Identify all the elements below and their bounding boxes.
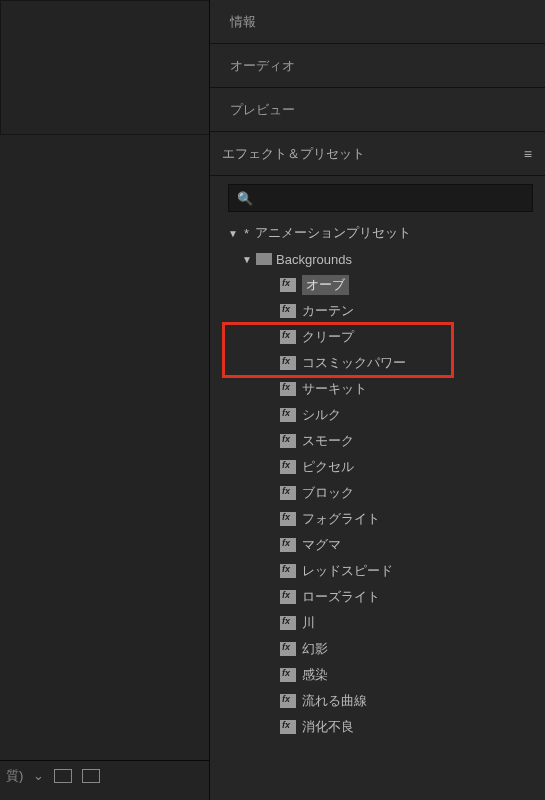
preset-icon — [280, 304, 296, 318]
preset-icon — [280, 486, 296, 500]
left-footer: 質) ⌄ — [0, 760, 209, 790]
preset-item[interactable]: 川 — [280, 610, 545, 636]
left-panel: 質) ⌄ — [0, 0, 210, 800]
preset-label: オーブ — [302, 275, 349, 295]
folder-label: Backgrounds — [276, 252, 352, 267]
footer-icon-2[interactable] — [82, 769, 100, 783]
quality-label: 質) — [6, 767, 23, 785]
panel-title: エフェクト＆プリセット — [222, 145, 365, 163]
effects-presets-header[interactable]: エフェクト＆プリセット ≡ — [210, 132, 545, 176]
preset-label: 川 — [302, 614, 315, 632]
preset-icon — [280, 720, 296, 734]
preset-icon — [280, 616, 296, 630]
preset-icon — [280, 408, 296, 422]
tab-info[interactable]: 情報 — [210, 0, 545, 44]
preset-label: スモーク — [302, 432, 354, 450]
preset-label: レッドスピード — [302, 562, 393, 580]
preset-item[interactable]: ピクセル — [280, 454, 545, 480]
right-panel: 情報 オーディオ プレビュー エフェクト＆プリセット ≡ 🔍 ▼ * アニメーシ… — [210, 0, 545, 800]
preset-label: 流れる曲線 — [302, 692, 367, 710]
preset-item[interactable]: サーキット — [280, 376, 545, 402]
folder-icon — [256, 253, 272, 265]
tab-audio[interactable]: オーディオ — [210, 44, 545, 88]
preset-icon — [280, 330, 296, 344]
tree-folder-backgrounds[interactable]: ▼ Backgrounds — [228, 246, 545, 272]
preset-label: ピクセル — [302, 458, 354, 476]
preset-item[interactable]: マグマ — [280, 532, 545, 558]
preset-tree: ▼ * アニメーションプリセット ▼ Backgrounds オーブ カーテン … — [210, 218, 545, 740]
preset-label: 感染 — [302, 666, 328, 684]
preset-label: コスミックパワー — [302, 354, 406, 372]
search-input[interactable]: 🔍 — [228, 184, 533, 212]
expand-triangle-icon[interactable]: ▼ — [242, 254, 252, 265]
preset-label: シルク — [302, 406, 341, 424]
preset-item[interactable]: 感染 — [280, 662, 545, 688]
expand-triangle-icon[interactable]: ▼ — [228, 228, 238, 239]
preset-item[interactable]: ブロック — [280, 480, 545, 506]
preset-label: サーキット — [302, 380, 367, 398]
search-icon: 🔍 — [237, 191, 253, 206]
preset-item[interactable]: 幻影 — [280, 636, 545, 662]
preset-label: フォグライト — [302, 510, 380, 528]
preset-icon — [280, 590, 296, 604]
preset-icon — [280, 356, 296, 370]
preset-icon — [280, 668, 296, 682]
modified-asterisk: * — [244, 226, 249, 241]
preset-label: クリープ — [302, 328, 354, 346]
preset-label: ブロック — [302, 484, 354, 502]
preset-item[interactable]: 流れる曲線 — [280, 688, 545, 714]
tree-root-label: アニメーションプリセット — [255, 224, 411, 242]
preset-icon — [280, 382, 296, 396]
tree-root-animation-presets[interactable]: ▼ * アニメーションプリセット — [228, 220, 545, 246]
preset-icon — [280, 642, 296, 656]
preset-item[interactable]: カーテン — [280, 298, 545, 324]
dropdown-chevron-icon[interactable]: ⌄ — [33, 768, 44, 783]
preset-label: 幻影 — [302, 640, 328, 658]
preset-label: 消化不良 — [302, 718, 354, 736]
preset-icon — [280, 278, 296, 292]
preset-icon — [280, 434, 296, 448]
preset-item[interactable]: ローズライト — [280, 584, 545, 610]
preset-label: マグマ — [302, 536, 341, 554]
preset-icon — [280, 694, 296, 708]
preset-item[interactable]: オーブ — [280, 272, 545, 298]
preset-item[interactable]: レッドスピード — [280, 558, 545, 584]
panel-menu-icon[interactable]: ≡ — [524, 146, 533, 162]
left-inner-area — [0, 0, 209, 135]
preset-icon — [280, 564, 296, 578]
preset-item[interactable]: 消化不良 — [280, 714, 545, 740]
preset-icon — [280, 512, 296, 526]
preset-item[interactable]: シルク — [280, 402, 545, 428]
tab-preview[interactable]: プレビュー — [210, 88, 545, 132]
preset-list: オーブ カーテン クリープ コスミックパワー サーキット シルク スモーク ピク… — [228, 272, 545, 740]
search-field[interactable] — [259, 191, 524, 205]
preset-label: カーテン — [302, 302, 354, 320]
preset-item[interactable]: スモーク — [280, 428, 545, 454]
preset-item[interactable]: フォグライト — [280, 506, 545, 532]
preset-item[interactable]: コスミックパワー — [280, 350, 545, 376]
preset-label: ローズライト — [302, 588, 380, 606]
footer-icon-1[interactable] — [54, 769, 72, 783]
preset-icon — [280, 538, 296, 552]
preset-item[interactable]: クリープ — [280, 324, 545, 350]
preset-icon — [280, 460, 296, 474]
